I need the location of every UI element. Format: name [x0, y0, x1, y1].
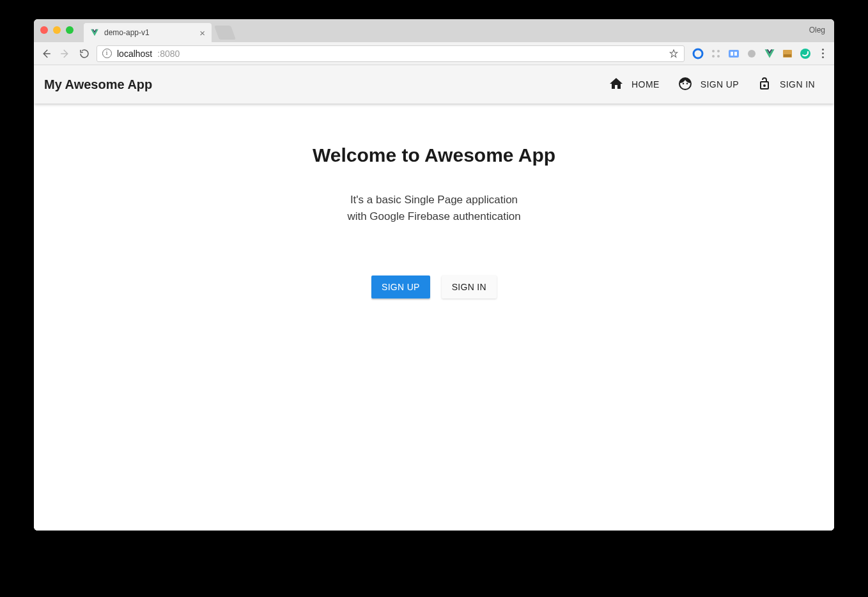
url-bar[interactable]: localhost:8080 — [97, 45, 685, 62]
browser-tab[interactable]: demo-app-v1 × — [84, 23, 212, 42]
extension-icon[interactable] — [692, 48, 704, 59]
subtitle-line-2: with Google Firebase authentication — [347, 208, 520, 225]
url-path: :8080 — [157, 49, 180, 59]
home-icon — [608, 76, 624, 93]
extension-vue-icon[interactable] — [764, 48, 775, 59]
nav-signin-label: SIGN IN — [780, 79, 815, 89]
profile-name[interactable]: Oleg — [809, 26, 825, 35]
extension-icon[interactable] — [800, 48, 811, 59]
svg-point-4 — [717, 55, 720, 58]
window-maximize-icon[interactable] — [66, 26, 74, 34]
svg-point-0 — [694, 49, 702, 58]
extension-icon[interactable] — [746, 48, 757, 59]
signup-button[interactable]: SIGN UP — [371, 275, 430, 298]
nav-reload-button[interactable] — [77, 47, 91, 61]
vue-icon — [90, 28, 99, 37]
svg-rect-7 — [734, 52, 737, 56]
extension-icon[interactable] — [710, 48, 722, 59]
tab-title: demo-app-v1 — [104, 28, 198, 37]
face-icon — [678, 76, 693, 93]
svg-rect-5 — [729, 50, 739, 58]
welcome-heading: Welcome to Awesome App — [313, 144, 555, 166]
svg-rect-10 — [784, 54, 791, 57]
nav-back-button[interactable] — [39, 47, 53, 61]
nav-home[interactable]: HOME — [600, 65, 669, 104]
browser-tabstrip: demo-app-v1 × Oleg — [34, 19, 834, 42]
nav-forward-button[interactable] — [58, 47, 72, 61]
cta-row: SIGN UP SIGN IN — [371, 275, 497, 298]
nav-signup[interactable]: SIGN UP — [669, 65, 748, 104]
browser-toolbar: localhost:8080 — [34, 42, 834, 65]
nav-signin[interactable]: SIGN IN — [748, 65, 824, 104]
extension-icon[interactable] — [728, 48, 740, 59]
lock-open-icon — [757, 76, 772, 93]
bookmark-star-icon[interactable] — [669, 49, 679, 59]
svg-point-3 — [712, 55, 715, 58]
svg-point-11 — [800, 49, 810, 59]
svg-point-2 — [717, 50, 720, 52]
nav-signup-label: SIGN UP — [701, 79, 739, 89]
extension-icon[interactable] — [782, 48, 793, 59]
window-close-icon[interactable] — [40, 26, 48, 34]
nav-home-label: HOME — [632, 79, 660, 89]
signin-button[interactable]: SIGN IN — [442, 275, 497, 298]
url-host: localhost — [117, 49, 152, 59]
browser-menu-button[interactable] — [816, 46, 829, 61]
tab-close-icon[interactable]: × — [198, 28, 206, 38]
site-info-icon[interactable] — [102, 49, 112, 58]
app-main: Welcome to Awesome App It's a basic Sing… — [34, 104, 834, 531]
subtitle-line-1: It's a basic Single Page application — [350, 192, 518, 208]
window-controls — [40, 26, 74, 34]
new-tab-button[interactable] — [214, 26, 236, 40]
svg-point-8 — [748, 50, 756, 58]
extension-icons — [690, 48, 811, 59]
svg-rect-6 — [731, 52, 733, 56]
svg-point-1 — [712, 50, 715, 52]
app-viewport: My Awesome App HOME SIGN UP SIGN IN — [34, 65, 834, 531]
browser-window: demo-app-v1 × Oleg localhost:8080 — [34, 19, 834, 531]
app-toolbar: My Awesome App HOME SIGN UP SIGN IN — [34, 65, 834, 104]
window-minimize-icon[interactable] — [53, 26, 61, 34]
app-title: My Awesome App — [44, 77, 152, 92]
